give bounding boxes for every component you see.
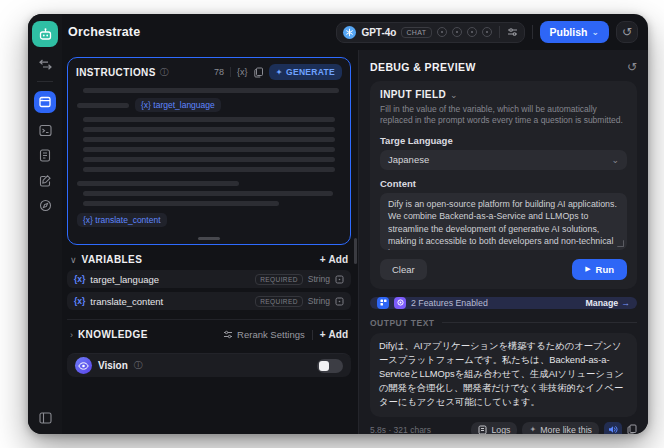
input-field-card: INPUT FIELD ⌄ Fill in the value of the v… [370, 81, 637, 289]
app-window: Orchestrate GPT-4o CHAT [28, 14, 648, 434]
vision-toggle[interactable] [317, 359, 343, 373]
redacted-text-line [83, 88, 339, 93]
scrollbar-thumb[interactable] [354, 238, 357, 264]
collapse-sidebar-icon[interactable] [37, 410, 53, 426]
pill-divider [499, 26, 500, 38]
prompt-char-count: 78 [214, 67, 224, 77]
target-language-select[interactable]: Japanese ⌄ [380, 150, 627, 170]
generate-button[interactable]: ✦ GENERATE [269, 64, 342, 80]
switch-app-icon[interactable] [37, 56, 53, 72]
variable-chip[interactable]: {x} target_language [135, 98, 221, 112]
features-enabled-bar[interactable]: 2 Features Enabled Manage → [370, 297, 637, 309]
nav-terminal-icon[interactable] [37, 122, 53, 138]
redacted-text-line [83, 127, 335, 132]
redacted-text-line [83, 157, 335, 162]
nav-monitoring-icon[interactable] [37, 197, 53, 213]
openai-logo-icon [343, 26, 356, 39]
feature-icon [377, 297, 389, 309]
knowledge-section-header[interactable]: › KNOWLEDGE Rerank Settings +Add [67, 320, 351, 345]
vision-eye-icon [75, 357, 92, 374]
more-like-this-button[interactable]: ✦ More like this [522, 422, 599, 434]
plus-icon: + [320, 254, 326, 265]
redacted-text-line [77, 181, 239, 186]
input-field-title: INPUT FIELD [380, 89, 446, 100]
variable-settings-icon[interactable] [335, 297, 344, 306]
rail-divider [37, 81, 53, 82]
copy-output-icon[interactable] [627, 424, 637, 434]
add-variable-button[interactable]: +Add [320, 254, 348, 265]
content-textarea[interactable]: Dify is an open-source platform for buil… [380, 193, 627, 250]
app-logo-robot-icon[interactable] [32, 21, 58, 47]
tools-divider [230, 67, 231, 77]
sparkle-icon: ✦ [276, 67, 283, 77]
model-mode-badge: CHAT [401, 27, 431, 38]
model-settings-sliders-icon[interactable] [507, 27, 518, 37]
scroll-indicator[interactable] [198, 237, 220, 240]
nav-annotation-icon[interactable] [37, 172, 53, 188]
logs-button[interactable]: Logs [471, 422, 517, 434]
model-name: GPT-4o [361, 27, 396, 38]
redacted-text-line [83, 201, 279, 206]
resize-handle[interactable] [617, 240, 624, 247]
page-title: Orchestrate [68, 25, 140, 39]
variable-chip[interactable]: {x} translate_content [77, 213, 167, 227]
chevron-down-icon: ⌄ [450, 90, 458, 100]
speaker-audio-button[interactable] [604, 422, 622, 434]
input-field-header[interactable]: INPUT FIELD ⌄ [380, 89, 627, 100]
plus-icon: + [320, 329, 326, 340]
sparkle-icon: ✦ [529, 425, 536, 434]
prompt-editor[interactable]: {x} target_language {x} translate_conten… [68, 84, 350, 231]
output-text-card: Difyは、AIアプリケーションを構築するためのオープンソースプラットフォームで… [370, 333, 637, 417]
debug-title: DEBUG & PREVIEW [370, 61, 476, 73]
feature-icon [394, 297, 406, 309]
rerank-settings-button[interactable]: Rerank Settings [223, 329, 305, 340]
instructions-card[interactable]: INSTRUCTIONS ⓘ 78 {x} ✦ GENERATE [67, 57, 351, 245]
debug-preview-panel: DEBUG & PREVIEW ↺ INPUT FIELD ⌄ Fill in … [358, 50, 648, 434]
topbar-divider [532, 25, 533, 39]
vision-label: Vision [98, 360, 128, 371]
capability-icon [437, 27, 447, 37]
redacted-text-line [83, 117, 335, 122]
redacted-text-line [77, 103, 129, 108]
model-selector[interactable]: GPT-4o CHAT [336, 22, 524, 43]
left-rail [28, 14, 62, 434]
insert-variable-icon[interactable]: {x} [237, 67, 248, 77]
output-stats: 5.8s · 321 chars [370, 425, 431, 434]
arrow-right-icon: → [621, 298, 630, 308]
chevron-down-icon: ⌄ [611, 155, 619, 165]
clear-button[interactable]: Clear [380, 259, 427, 280]
manage-features-button[interactable]: Manage → [585, 298, 630, 308]
chevron-down-icon: ∨ [70, 255, 77, 265]
nav-orchestrate-active[interactable] [34, 91, 56, 113]
orchestrate-config-panel: INSTRUCTIONS ⓘ 78 {x} ✦ GENERATE [62, 50, 358, 434]
info-icon: ⓘ [134, 359, 143, 372]
variable-row[interactable]: {x} translate_content REQUIRED String [67, 292, 351, 310]
nav-logs-icon[interactable] [37, 147, 53, 163]
redacted-text-line [83, 137, 335, 142]
refresh-icon[interactable]: ↺ [627, 60, 637, 74]
required-badge: REQUIRED [255, 296, 303, 307]
required-badge: REQUIRED [255, 274, 303, 285]
variables-title: VARIABLES [82, 254, 143, 265]
run-button[interactable]: ▶ Run [572, 259, 627, 280]
variable-row[interactable]: {x} target_language REQUIRED String [67, 270, 351, 288]
knowledge-divider [312, 330, 313, 340]
capability-icon [482, 27, 492, 37]
input-field-description: Fill in the value of the variable, which… [380, 104, 627, 127]
redacted-text-line [83, 167, 335, 172]
info-icon: ⓘ [160, 66, 169, 79]
copy-prompt-icon[interactable] [254, 67, 263, 78]
knowledge-title: KNOWLEDGE [78, 329, 148, 340]
variables-section-header[interactable]: ∨ VARIABLES +Add [67, 245, 351, 270]
chevron-down-icon: ⌄ [591, 27, 599, 37]
vision-feature-row: Vision ⓘ [67, 353, 351, 377]
variable-settings-icon[interactable] [335, 275, 344, 284]
play-icon: ▶ [585, 265, 590, 273]
add-knowledge-button[interactable]: +Add [320, 329, 348, 340]
output-text-title: OUTPUT TEXT [370, 318, 435, 328]
capability-icon [467, 27, 477, 37]
version-history-button[interactable]: ↺ [616, 21, 638, 43]
content-label: Content [380, 178, 627, 189]
features-enabled-text: 2 Features Enabled [411, 298, 488, 308]
publish-button[interactable]: Publish⌄ [540, 21, 609, 43]
